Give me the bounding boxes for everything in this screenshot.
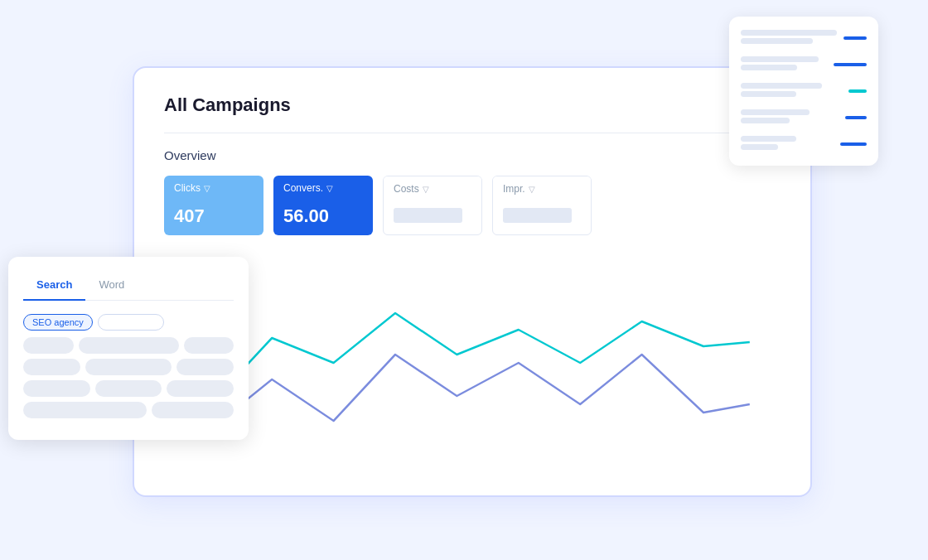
clicks-label: Clicks: [174, 182, 201, 194]
costs-filter-icon: ▽: [423, 185, 429, 194]
page-title: All Campaigns: [164, 94, 781, 116]
conversions-label: Convers.: [283, 182, 323, 194]
keyword-pill-3-3: [167, 380, 234, 397]
keyword-pill-1-3: [184, 337, 234, 354]
costs-placeholder: [394, 208, 462, 223]
metric-card-clicks[interactable]: Clicks ▽ 407: [164, 176, 263, 235]
keyword-row-3: [23, 380, 234, 397]
keyword-pill-2-2: [85, 359, 172, 375]
tag-row-top: SEO agency: [23, 314, 234, 331]
clicks-filter-icon: ▽: [204, 184, 210, 193]
impressions-label: Impr.: [503, 183, 525, 195]
rp-bar-3: [741, 83, 842, 99]
clicks-header: Clicks ▽: [164, 176, 263, 199]
keyword-pill-2-1: [23, 359, 80, 375]
rp-row-5: [741, 136, 867, 152]
rp-row-2: [741, 56, 867, 73]
rp-bar-5: [741, 136, 834, 152]
keyword-row-2: [23, 359, 234, 375]
conversions-header: Convers. ▽: [273, 176, 373, 199]
metric-card-conversions[interactable]: Convers. ▽ 56.00: [273, 176, 373, 235]
keyword-pill-1-2: [79, 337, 179, 354]
rp-accent-1: [843, 36, 867, 40]
keyword-pill-4-2: [152, 402, 234, 418]
costs-header: Costs ▽: [384, 176, 481, 200]
rp-accent-4: [845, 116, 867, 119]
search-tabs: Search Word: [23, 273, 234, 301]
tab-word[interactable]: Word: [85, 273, 138, 301]
keyword-pill-2-3: [176, 359, 234, 375]
keyword-pill-3-2: [95, 380, 162, 397]
tab-search[interactable]: Search: [23, 273, 85, 301]
keyword-pill-4-1: [23, 402, 147, 418]
keyword-row-4: [23, 402, 234, 418]
metrics-row: Clicks ▽ 407 Convers. ▽ 56.00 Costs ▽: [164, 176, 781, 235]
conversions-value: 56.00: [273, 199, 373, 235]
chart-svg: [164, 255, 781, 437]
chart-line-2: [210, 355, 750, 429]
rp-bar-1: [741, 30, 837, 46]
keyword-pill-1-1: [23, 337, 74, 354]
metric-card-costs[interactable]: Costs ▽: [383, 176, 482, 235]
rp-row-1: [741, 30, 867, 46]
rp-accent-2: [834, 63, 867, 66]
active-tag[interactable]: SEO agency: [23, 314, 93, 331]
rp-accent-3: [848, 89, 867, 93]
clicks-value: 407: [164, 199, 263, 235]
conversions-filter-icon: ▽: [326, 184, 333, 193]
overview-label: Overview: [164, 148, 781, 162]
divider: [164, 133, 781, 133]
metric-card-impressions[interactable]: Impr. ▽: [492, 176, 592, 235]
impressions-filter-icon: ▽: [529, 185, 535, 194]
rp-row-3: [741, 83, 867, 99]
rp-row-4: [741, 109, 867, 126]
keyword-pill-3-1: [23, 380, 90, 397]
impressions-placeholder: [503, 208, 572, 223]
rp-bar-2: [741, 56, 827, 73]
impressions-header: Impr. ▽: [493, 176, 591, 200]
rp-accent-5: [840, 142, 867, 146]
costs-label: Costs: [394, 183, 419, 195]
search-card: Search Word SEO agency: [8, 257, 249, 440]
rp-bar-4: [741, 109, 839, 126]
chart-line-1: [210, 313, 750, 404]
keyword-row-1: [23, 337, 234, 354]
right-panel-card: [729, 17, 878, 166]
empty-tag-1: [98, 314, 164, 331]
